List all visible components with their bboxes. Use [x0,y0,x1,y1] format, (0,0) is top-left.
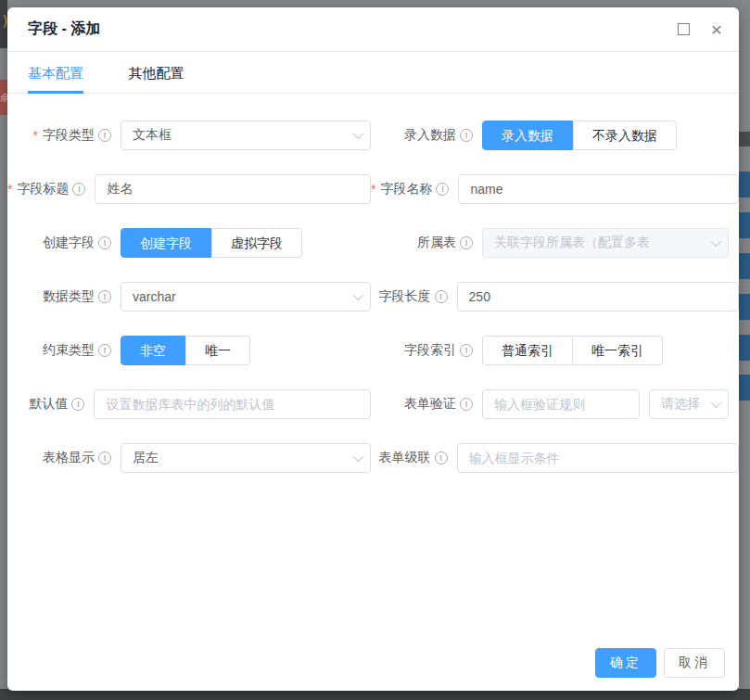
form-validation-label: 表单验证 ! [371,396,473,413]
create-field-label: 创建字段 ! [7,235,111,251]
tab-other-config[interactable]: 其他配置 [128,65,184,94]
table-display-select[interactable]: 居左 [121,443,371,473]
radio-create-field[interactable]: 创建字段 [121,228,211,258]
info-icon: ! [98,236,111,249]
field-type-select[interactable]: 文本框 [121,121,371,150]
field-index-label: 字段索引 ! [371,342,473,359]
input-data-radio-group: 录入数据 不录入数据 [482,121,677,150]
maximize-icon [678,23,690,35]
chevron-down-icon [711,236,721,247]
info-icon: ! [98,452,111,465]
info-icon: ! [98,344,111,357]
form-row: 表格显示 ! 居左 表单级联 ! [7,443,739,473]
required-marker: * [371,182,375,197]
background-fragment-red-button: 余 [0,80,7,115]
background-fragment [739,132,750,146]
info-icon: ! [435,290,448,303]
data-type-select[interactable]: varchar [121,282,371,312]
close-button[interactable]: × [707,20,726,39]
info-icon: ! [460,344,473,357]
radio-virtual-field[interactable]: 虚拟字段 [211,228,302,258]
info-icon: ! [98,129,111,142]
info-icon: ! [71,398,84,411]
field-form: * 字段类型 ! 文本框 录入数据 ! 录入数据 不录入数据 [7,94,739,473]
required-marker: * [7,182,12,197]
default-value-input[interactable] [94,389,371,419]
background-fragment-blue-button [739,335,750,361]
field-type-label: * 字段类型 ! [7,127,111,144]
form-validation-input[interactable] [482,389,640,419]
form-row: * 字段类型 ! 文本框 录入数据 ! 录入数据 不录入数据 [7,121,739,150]
constraint-type-radio-group: 非空 唯一 [121,336,250,365]
close-icon: × [711,19,722,39]
background-fragment-logo: ) [0,0,7,48]
table-display-label: 表格显示 ! [7,450,111,466]
radio-not-null[interactable]: 非空 [121,336,185,365]
background-fragment-blue-button [739,212,750,238]
form-row: 数据类型 ! varchar 字段长度 ! [7,282,739,312]
info-icon: ! [98,290,111,303]
field-title-input[interactable] [95,174,371,204]
form-validation-select[interactable]: 请选择 [649,389,729,419]
background-fragment-blue-button [739,172,750,197]
input-data-label: 录入数据 ! [371,127,473,144]
cancel-button[interactable]: 取消 [664,648,725,678]
form-row: * 字段标题 ! * 字段名称 ! [7,174,739,204]
background-fragment-blue-button [739,294,750,320]
owner-table-label: 所属表 ! [371,235,473,251]
required-marker: * [33,128,38,143]
constraint-type-label: 约束类型 ! [7,342,111,359]
form-row: 默认值 ! 表单验证 ! 请选择 [7,389,739,419]
field-length-label: 字段长度 ! [371,288,448,305]
field-name-label: * 字段名称 ! [371,181,449,197]
dialog-title: 字段 - 添加 [28,19,100,39]
radio-unique-index[interactable]: 唯一索引 [573,336,663,365]
create-field-radio-group: 创建字段 虚拟字段 [121,228,302,258]
radio-no-enter-data[interactable]: 不录入数据 [573,121,677,150]
form-cascade-label: 表单级联 ! [371,450,448,466]
info-icon: ! [436,183,449,196]
info-icon: ! [435,452,448,465]
data-type-label: 数据类型 ! [7,288,111,305]
field-index-radio-group: 普通索引 唯一索引 [482,336,663,365]
info-icon: ! [72,183,85,196]
radio-normal-index[interactable]: 普通索引 [482,336,573,365]
tab-basic-config[interactable]: 基本配置 [28,65,83,94]
chevron-down-icon [353,452,363,462]
field-length-input[interactable] [457,282,739,312]
chevron-down-icon [353,290,363,300]
radio-unique[interactable]: 唯一 [185,336,250,365]
field-title-label: * 字段标题 ! [7,181,85,197]
info-icon: ! [460,398,473,411]
default-value-label: 默认值 ! [7,396,84,413]
info-icon: ! [460,129,473,142]
dialog-footer: 确定 取消 [595,648,725,678]
form-row: 约束类型 ! 非空 唯一 字段索引 ! 普通索引 唯一索引 [7,336,739,365]
background-fragment-blue-button [739,375,750,401]
confirm-button[interactable]: 确定 [595,648,656,678]
maximize-button[interactable] [674,20,693,39]
form-cascade-input[interactable] [457,443,739,473]
tab-bar: 基本配置 其他配置 [7,52,739,94]
owner-table-select: 关联字段所属表（配置多表 [482,228,729,258]
dialog-header: 字段 - 添加 × [7,7,739,52]
info-icon: ! [460,236,473,249]
field-name-input[interactable] [458,174,739,204]
radio-enter-data[interactable]: 录入数据 [482,121,573,150]
background-fragment-blue-button [739,253,750,279]
chevron-down-icon [353,129,363,139]
form-row: 创建字段 ! 创建字段 虚拟字段 所属表 ! 关联字段所属表（配置多表 [7,228,739,258]
field-add-dialog: 字段 - 添加 × 基本配置 其他配置 * 字段类型 ! 文本框 [7,7,739,691]
chevron-down-icon [711,398,721,408]
